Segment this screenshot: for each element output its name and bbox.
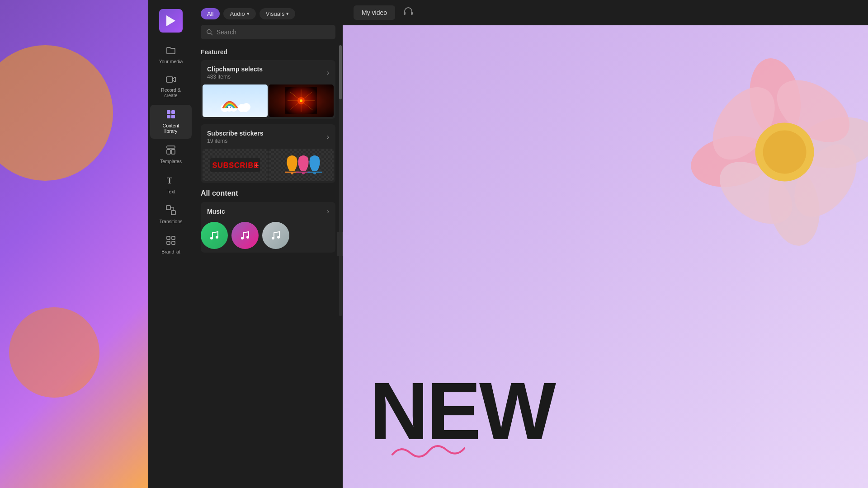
sidebar-item-record-create-label: Record &create [161,87,181,99]
svg-point-50 [302,172,305,174]
card-title-music: Music [207,208,225,215]
thumbnail-subscribe: SUBSCRIBE + SUBSCRIBE [203,149,268,181]
svg-text:SUBSCRIBE: SUBSCRIBE [212,162,259,169]
music-icons [201,220,335,253]
scrollbar-thumb [339,45,342,99]
svg-rect-10 [166,206,170,210]
svg-rect-16 [167,241,170,244]
thumbnail-sparkle [269,84,334,117]
sidebar-item-transitions[interactable]: Transitions [150,201,192,229]
card-info-subscribe: Subscribe stickers 19 items [207,130,264,144]
svg-rect-17 [172,241,175,244]
svg-point-57 [277,236,280,239]
sidebar-item-templates-label: Templates [160,159,182,164]
music-icon-green [201,222,228,249]
svg-rect-14 [167,236,170,239]
svg-point-25 [242,106,249,112]
svg-rect-1 [166,77,173,82]
svg-rect-59 [411,12,413,15]
music-icon-purple [231,222,259,249]
preview-canvas: NEW [343,25,868,488]
transitions-icon [166,205,176,216]
svg-rect-5 [171,115,175,118]
svg-point-55 [246,236,249,239]
svg-rect-2 [167,110,170,114]
sidebar-item-brand-kit-label: Brand kit [161,249,180,255]
logo-icon [159,9,183,33]
sidebar-item-your-media-label: Your media [159,59,183,65]
card-header-music: Music › [201,202,335,220]
thumbnail-rainbow-inner [219,84,251,117]
card-subtitle-clipchamp-selects: 483 items [207,74,263,80]
search-icon [206,28,213,36]
preview-topbar: My video [343,0,868,25]
sidebar-item-text[interactable]: T Text [150,171,192,199]
brand-kit-icon [166,235,176,247]
svg-rect-6 [167,146,175,148]
subscribe-stickers-card[interactable]: Subscribe stickers 19 items › [201,124,335,183]
card-subtitle-subscribe-stickers: 19 items [207,138,264,144]
sidebar-item-brand-kit[interactable]: Brand kit [150,231,192,259]
text-icon: T [166,175,176,187]
featured-section-title: Featured [201,48,335,56]
templates-icon [166,145,176,156]
thumbnail-bells [269,149,334,181]
music-card[interactable]: Music › [201,202,335,253]
card-arrow-subscribe-stickers: › [327,133,329,141]
clipchamp-selects-card[interactable]: Clipchamp selects 483 items › [201,60,335,119]
card-header-subscribe-stickers: Subscribe stickers 19 items › [201,124,335,149]
svg-point-53 [216,236,218,239]
main-preview-area: My video [343,0,868,488]
card-header-clipchamp-selects: Clipchamp selects 483 items › [201,60,335,84]
svg-text:T: T [167,176,172,185]
svg-point-34 [300,99,302,102]
card-title-clipchamp-selects: Clipchamp selects [207,66,263,73]
card-thumbnails-clipchamp-selects [201,84,335,119]
preview-flower-decoration [659,26,868,300]
svg-point-51 [313,172,316,174]
content-library-icon [166,109,176,121]
filter-all-button[interactable]: All [201,8,220,19]
card-arrow-clipchamp-selects: › [327,69,329,77]
search-input[interactable] [217,28,330,36]
svg-point-27 [230,107,231,108]
sidebar-item-templates[interactable]: Templates [150,141,192,169]
sidebar-item-record-create[interactable]: Record &create [150,71,192,103]
content-scroll-area: Featured Clipchamp selects 483 items › [193,45,343,488]
svg-point-56 [272,237,274,239]
sidebar-item-your-media[interactable]: Your media [150,42,192,69]
svg-marker-0 [166,15,175,26]
filter-bar: All Audio Visuals [193,0,343,25]
svg-point-49 [291,172,293,174]
thumbnail-rainbow [203,84,268,117]
svg-point-26 [227,107,228,108]
card-info-music: Music [207,208,225,215]
svg-line-19 [211,33,212,35]
sidebar-item-content-library-label: Contentlibrary [163,123,179,134]
scrollbar-track[interactable] [339,45,342,316]
svg-rect-15 [172,236,175,239]
all-content-title: All content [201,189,335,197]
filter-visuals-button[interactable]: Visuals [259,8,296,19]
headphone-icon[interactable] [402,5,414,20]
thumbnail-sparkle-inner [269,84,334,117]
filter-audio-button[interactable]: Audio [223,8,255,19]
folder-icon [166,46,176,56]
card-info: Clipchamp selects 483 items [207,66,263,80]
video-record-icon [166,75,176,85]
svg-rect-8 [171,150,175,154]
svg-point-54 [241,237,244,239]
svg-rect-58 [404,12,406,15]
sidebar-item-content-library[interactable]: Contentlibrary [150,105,192,139]
svg-rect-3 [171,110,175,114]
app-logo[interactable] [157,7,184,34]
svg-rect-11 [171,211,175,215]
collapse-panel-button[interactable]: ‹ [337,232,343,256]
card-thumbnails-subscribe-stickers: SUBSCRIBE + SUBSCRIBE [201,149,335,183]
card-arrow-music: › [327,207,329,216]
sidebar-item-text-label: Text [166,189,175,195]
card-title-subscribe-stickers: Subscribe stickers [207,130,264,137]
sidebar: Your media Record &create [148,0,193,488]
preview-background: NEW [343,25,868,488]
video-title-button[interactable]: My video [354,5,395,20]
